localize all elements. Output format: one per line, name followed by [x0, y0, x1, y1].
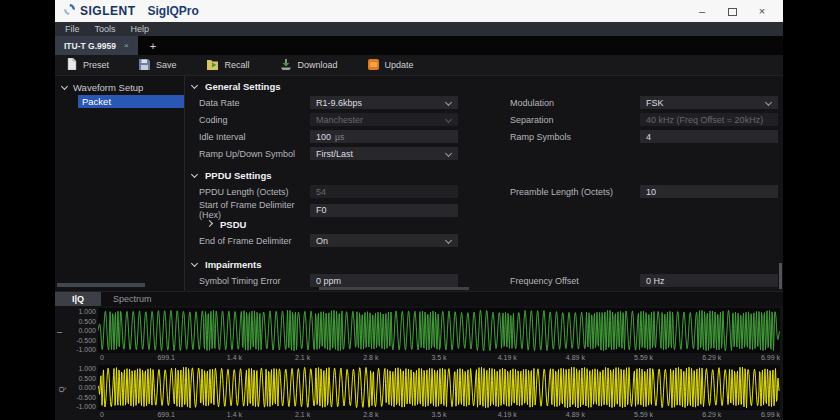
x-tick-label: 6.99 k [761, 411, 780, 418]
x-tick-label: 5.59 k [634, 354, 653, 361]
menu-file[interactable]: File [65, 24, 80, 34]
tab-close-icon[interactable]: × [124, 41, 129, 50]
idle-interval-label: Idle Interval [199, 132, 310, 142]
ramp-updown-label: Ramp Up/Down Symbol [199, 149, 310, 159]
new-tab-button[interactable]: + [138, 36, 168, 55]
save-button[interactable]: Save [139, 59, 177, 72]
separation-value: 40 kHz (Freq Offset = 20kHz) [646, 115, 763, 125]
ppdu-length-value: 54 [316, 187, 326, 197]
q-waveform-canvas[interactable] [98, 365, 780, 410]
q-axis-label: Q [55, 365, 67, 420]
sidebar-item-waveform-setup[interactable]: Waveform Setup [55, 80, 184, 94]
update-icon [368, 59, 379, 72]
download-button[interactable]: Download [280, 59, 338, 72]
document-icon [67, 58, 77, 72]
frequency-offset-label: Frequency Offset [510, 276, 640, 286]
ramp-symbols-field[interactable]: 4 [640, 130, 778, 143]
tab-spectrum[interactable]: Spectrum [101, 292, 164, 306]
sidebar-horizontal-scrollbar[interactable] [57, 283, 145, 287]
modulation-label: Modulation [510, 98, 640, 108]
q-plot-y-ticks: 1.0000.5000.000-0.500-1.000 [67, 365, 98, 410]
y-tick-label: 0.000 [78, 384, 96, 391]
chevron-down-icon [191, 82, 198, 89]
ramp-updown-dropdown[interactable]: First/Last [310, 147, 458, 160]
maximize-button[interactable] [717, 0, 747, 22]
settings-horizontal-scrollbar[interactable] [319, 287, 469, 290]
menu-help[interactable]: Help [131, 24, 150, 34]
x-tick-label: 4.19 k [498, 354, 517, 361]
tab-itu-t-g9959[interactable]: ITU-T G.9959 × [55, 36, 138, 55]
idle-interval-field[interactable]: 100 µs [310, 130, 458, 143]
data-rate-dropdown[interactable]: R1-9.6kbps [310, 96, 458, 109]
recall-button[interactable]: Recall [207, 59, 250, 72]
sfd-field[interactable]: F0 [310, 204, 458, 217]
close-button[interactable]: × [747, 0, 777, 22]
y-tick-label: -1.000 [76, 346, 96, 353]
x-tick-label: 2.8 k [363, 411, 378, 418]
sidebar-item-packet[interactable]: Packet [78, 95, 184, 108]
efd-dropdown[interactable]: On [310, 234, 458, 247]
x-tick-label: 3.5 k [431, 354, 446, 361]
i-waveform-canvas[interactable] [98, 308, 780, 353]
settings-row: Idle Interval 100 µs Ramp Symbols 4 [199, 128, 777, 145]
save-label: Save [156, 60, 177, 70]
efd-value: On [316, 236, 328, 246]
app-window: SIGLENT SigIQPro – × File Tools Help ITU… [55, 0, 783, 420]
separation-field: 40 kHz (Freq Offset = 20kHz) [640, 113, 778, 126]
q-plot-area: 0699.11.4 k2.1 k2.8 k3.5 k4.19 k4.89 k5.… [98, 365, 783, 420]
efd-label: End of Frame Delimiter [199, 236, 310, 246]
q-plot-x-ticks: 0699.11.4 k2.1 k2.8 k3.5 k4.19 k4.89 k5.… [98, 410, 780, 420]
settings-row: PPDU Length (Octets) 54 Preamble Length … [199, 183, 777, 200]
y-tick-label: 1.000 [78, 365, 96, 372]
ramp-symbols-label: Ramp Symbols [510, 132, 640, 142]
y-tick-label: 0.500 [78, 318, 96, 325]
settings-row: End of Frame Delimiter On [199, 232, 777, 249]
maximize-icon [728, 8, 737, 16]
settings-panel: General Settings Data Rate R1-9.6kbps Mo… [185, 76, 783, 291]
frequency-offset-value: 0 Hz [646, 276, 665, 286]
y-tick-label: 0.000 [78, 327, 96, 334]
general-settings-header[interactable]: General Settings [192, 79, 777, 94]
tab-iq[interactable]: I|Q [55, 292, 101, 306]
floppy-disk-icon [139, 59, 150, 72]
minimize-button[interactable]: – [687, 0, 717, 22]
desktop-background: SIGLENT SigIQPro – × File Tools Help ITU… [0, 0, 840, 420]
download-label: Download [298, 60, 338, 70]
preamble-length-value: 10 [646, 187, 656, 197]
download-arrow-icon [280, 59, 292, 72]
document-tab-bar: ITU-T G.9959 × + [55, 36, 783, 55]
y-tick-label: 1.000 [78, 308, 96, 315]
impairments-header[interactable]: Impairments [192, 257, 777, 272]
q-waveform-plot: Q 1.0000.5000.000-0.500-1.000 0699.11.4 … [55, 365, 783, 420]
x-tick-label: 5.59 k [634, 411, 653, 418]
modulation-dropdown[interactable]: FSK [640, 96, 778, 109]
frequency-offset-field[interactable]: 0 Hz [640, 274, 778, 287]
x-tick-label: 2.1 k [295, 354, 310, 361]
menu-tools[interactable]: Tools [95, 24, 116, 34]
ppdu-settings-header[interactable]: PPDU Settings [192, 168, 777, 183]
preset-button[interactable]: Preset [67, 58, 109, 72]
waveform-tree-sidebar: Waveform Setup Packet [55, 76, 185, 291]
x-tick-label: 6.29 k [702, 354, 721, 361]
preamble-length-field[interactable]: 10 [640, 185, 778, 198]
settings-vertical-scrollbar[interactable] [779, 263, 782, 289]
menu-bar: File Tools Help [55, 22, 783, 36]
settings-row: Ramp Up/Down Symbol First/Last [199, 145, 777, 162]
recall-label: Recall [225, 60, 250, 70]
x-tick-label: 1.4 k [227, 354, 242, 361]
titlebar: SIGLENT SigIQPro – × [55, 0, 783, 22]
tab-label: ITU-T G.9959 [64, 41, 116, 51]
chevron-down-icon [445, 150, 452, 157]
settings-row: Data Rate R1-9.6kbps Modulation FSK [199, 94, 777, 111]
update-button[interactable]: Update [368, 59, 414, 72]
sfd-label: Start of Frame Delimiter (Hex) [199, 200, 310, 220]
toolbar: Preset Save Recall Download [55, 55, 783, 76]
brand-text: SIGLENT [80, 4, 136, 18]
display-tab-bar: I|Q Spectrum [55, 291, 783, 306]
coding-label: Coding [199, 115, 310, 125]
general-settings-title: General Settings [205, 81, 281, 92]
x-tick-label: 4.19 k [498, 411, 517, 418]
symbol-timing-error-field[interactable]: 0 ppm [310, 274, 458, 287]
symbol-timing-error-label: Symbol Timing Error [199, 276, 310, 286]
y-tick-label: 0.500 [78, 375, 96, 382]
